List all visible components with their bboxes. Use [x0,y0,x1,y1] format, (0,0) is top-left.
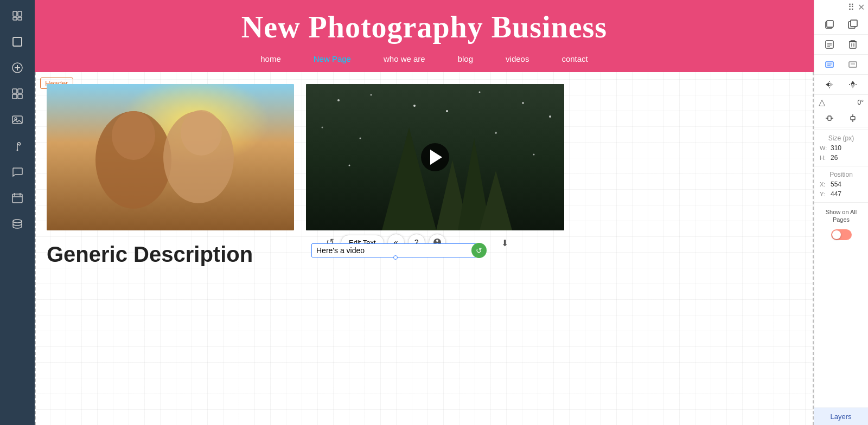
video-bg [306,84,564,230]
divider-3 [814,202,868,203]
video-caption-element[interactable]: Here's a video ↺ [311,243,480,257]
y-value[interactable]: 447 [831,190,841,198]
caption-resize-handle[interactable] [393,255,398,260]
svg-rect-0 [13,11,17,16]
x-value[interactable]: 554 [831,181,841,188]
paste-icon[interactable] [845,17,860,32]
svg-rect-11 [18,94,22,99]
svg-rect-1 [18,11,22,16]
layers-button[interactable]: Layers [814,408,868,425]
svg-point-40 [360,138,361,139]
x-label: X: [820,181,828,188]
svg-point-38 [322,127,323,128]
svg-point-33 [337,99,340,101]
apps-icon[interactable] [6,82,29,105]
distribute-v-icon[interactable] [845,111,860,126]
spacer [814,244,868,425]
delete-icon[interactable] [845,37,860,52]
align-left-icon[interactable] [822,57,837,72]
x-row: X: 554 [814,181,868,188]
show-all-pages-label: Show on All Pages [814,205,868,227]
size-label: Size (px) [814,132,868,144]
guide-left [35,72,36,425]
svg-rect-49 [827,21,833,27]
caption-refresh-btn[interactable]: ↺ [471,243,487,258]
svg-rect-9 [18,89,22,93]
position-label: Position [814,169,868,181]
site-title: New Photography Business [35,0,814,50]
svg-point-14 [17,150,18,151]
copy-icon[interactable] [822,37,837,52]
photo-image [47,84,294,230]
svg-marker-63 [830,82,833,87]
svg-rect-4 [13,37,22,46]
svg-rect-15 [12,194,22,203]
svg-marker-65 [851,81,855,84]
height-row: H: 26 [814,154,868,162]
nav-videos[interactable]: videos [506,54,529,63]
download-icon[interactable]: ⬇ [501,238,508,248]
duplicate-icon[interactable] [822,17,837,32]
panel-dots-icon[interactable]: ⠿ [848,2,856,12]
calendar-icon[interactable] [6,186,29,209]
svg-point-39 [549,115,551,118]
panel-header: ⠿ ✕ [814,0,868,15]
nav-who-we-are[interactable]: who we are [384,54,425,63]
w-value[interactable]: 310 [831,144,841,152]
angle-value[interactable]: 0° [858,99,864,106]
divider-1 [814,130,868,130]
description-text: Generic Description [47,240,275,268]
svg-rect-8 [12,89,17,93]
svg-point-13 [15,118,17,120]
pen-icon[interactable] [6,134,29,157]
divider-2 [814,166,868,166]
play-icon [430,150,442,165]
svg-point-23 [112,111,155,160]
site-header: New Photography Business home New Page w… [35,0,814,72]
video-caption-text: Here's a video [316,246,365,255]
svg-point-42 [349,165,350,166]
flip-h-icon[interactable] [822,77,837,92]
media-icon[interactable] [6,108,29,131]
svg-point-37 [522,102,524,104]
add-icon[interactable] [6,56,29,79]
canvas-area: Header [35,72,814,425]
nav-home[interactable]: home [260,54,281,63]
database-icon[interactable] [6,212,29,235]
panel-close-button[interactable]: ✕ [858,3,865,12]
svg-rect-69 [828,116,831,120]
svg-point-36 [479,92,481,93]
svg-rect-2 [13,17,17,20]
svg-rect-52 [826,41,833,48]
svg-rect-56 [826,62,833,67]
svg-point-44 [446,110,448,112]
h-value[interactable]: 26 [831,154,838,162]
y-row: Y: 447 [814,190,868,198]
photo-block[interactable] [47,84,294,230]
svg-point-41 [495,132,497,134]
nav-new-page[interactable]: New Page [314,54,351,63]
distribute-h-icon[interactable] [822,111,837,126]
right-panel: ⠿ ✕ [814,0,868,425]
main-area: New Photography Business home New Page w… [35,0,814,425]
align-right-icon[interactable] [845,57,860,72]
svg-point-19 [13,220,22,223]
svg-rect-72 [851,117,855,120]
width-row: W: 310 [814,144,868,152]
nav-contact[interactable]: contact [561,54,588,63]
pages-icon[interactable] [6,4,29,27]
chat-icon[interactable] [6,160,29,183]
svg-point-43 [533,154,535,156]
svg-rect-10 [12,94,17,99]
svg-rect-51 [851,20,857,27]
play-button[interactable] [421,143,449,171]
show-all-pages-toggle[interactable] [831,229,852,240]
svg-marker-62 [826,82,829,87]
nav-blog[interactable]: blog [458,54,473,63]
video-block[interactable] [306,84,564,230]
left-sidebar [0,0,35,425]
toggle-knob [832,230,841,239]
flip-v-icon[interactable] [845,77,860,92]
square-icon[interactable] [6,30,29,53]
svg-rect-53 [850,42,856,48]
